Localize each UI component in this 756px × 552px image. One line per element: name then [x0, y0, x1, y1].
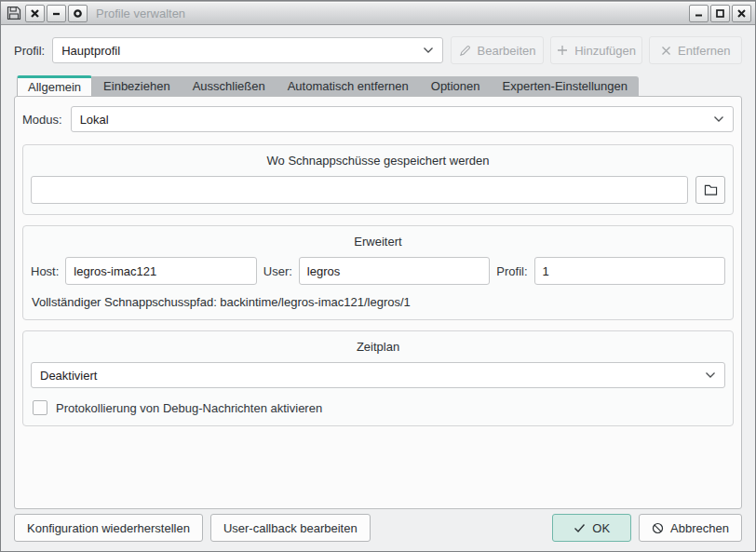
advanced-fields-row: Host: User: Profil:	[31, 257, 725, 285]
snapshot-path-input[interactable]	[31, 176, 688, 204]
edit-profile-label: Bearbeiten	[478, 44, 536, 58]
tab-optionen[interactable]: Optionen	[420, 76, 492, 96]
profile-row: Profil: Hauptprofil Bearbeiten Hinzufüge…	[14, 36, 742, 64]
tab-experten-einstellungen[interactable]: Experten-Einstellungen	[492, 76, 639, 96]
dialog-content: Profil: Hauptprofil Bearbeiten Hinzufüge…	[1, 25, 755, 551]
mode-select[interactable]: Lokal	[71, 106, 734, 132]
snapshot-location-row	[31, 176, 725, 204]
x-icon	[661, 46, 671, 56]
chevron-down-icon	[705, 371, 716, 379]
maximize-icon[interactable]	[710, 5, 730, 22]
schedule-select-value: Deaktiviert	[40, 369, 699, 383]
ok-label: OK	[592, 521, 610, 535]
schedule-select[interactable]: Deaktiviert	[31, 362, 725, 388]
maximize-ring-icon[interactable]	[68, 5, 88, 22]
tab-bar: Allgemein Einbeziehen Ausschließen Autom…	[14, 75, 742, 96]
host-label: Host:	[31, 264, 59, 278]
ok-button[interactable]: OK	[552, 514, 631, 542]
advanced-group: Erweitert Host: User: Profil: Vollständi…	[22, 225, 734, 320]
footer-buttons: Konfiguration wiederherstellen User-call…	[14, 514, 742, 542]
restore-config-label: Konfiguration wiederherstellen	[27, 521, 190, 535]
mode-label: Modus:	[22, 113, 62, 127]
browse-folder-button[interactable]	[695, 176, 725, 204]
debug-logging-row: Protokollierung von Debug-Nachrichten ak…	[31, 400, 725, 415]
profile-select-value: Hauptprofil	[61, 44, 417, 58]
restore-config-button[interactable]: Konfiguration wiederherstellen	[14, 514, 203, 542]
cancel-label: Abbrechen	[670, 521, 729, 535]
user-label: User:	[263, 264, 292, 278]
check-icon	[574, 523, 586, 533]
add-profile-button[interactable]: Hinzufügen	[550, 36, 643, 64]
tab-ausschliessen[interactable]: Ausschließen	[182, 76, 277, 96]
floppy-disk-app-icon	[5, 5, 23, 21]
schedule-group: Zeitplan Deaktiviert Protokollierung von…	[22, 330, 734, 426]
profile-id-input[interactable]	[534, 257, 725, 285]
profile-buttons: Bearbeiten Hinzufügen Entfernen	[451, 36, 742, 64]
folder-icon	[704, 183, 718, 196]
profile-label: Profil:	[14, 44, 45, 58]
remove-profile-button[interactable]: Entfernen	[649, 36, 742, 64]
edit-user-callback-button[interactable]: User-callback bearbeiten	[210, 514, 371, 542]
window-title: Profile verwalten	[96, 7, 687, 20]
pencil-icon	[459, 45, 471, 57]
remove-profile-label: Entfernen	[678, 44, 730, 58]
close-icon[interactable]	[732, 5, 751, 22]
tab-panel-allgemein: Modus: Lokal Wo Schnappschüsse gespeiche…	[14, 96, 742, 509]
tab-einbeziehen[interactable]: Einbeziehen	[92, 76, 182, 96]
profile-id-label: Profil:	[496, 264, 527, 278]
edit-user-callback-label: User-callback bearbeiten	[223, 521, 358, 535]
user-input[interactable]	[299, 257, 490, 285]
tab-allgemein[interactable]: Allgemein	[17, 75, 92, 96]
titlebar: Profile verwalten	[1, 1, 755, 25]
chevron-down-icon	[423, 47, 434, 54]
mode-row: Modus: Lokal	[22, 106, 734, 134]
tab-automatisch-entfernen[interactable]: Automatisch entfernen	[277, 76, 420, 96]
snapshot-location-group: Wo Schnappschüsse gespeichert werden	[22, 144, 734, 215]
cancel-button[interactable]: Abbrechen	[639, 514, 742, 542]
full-snapshot-path-text: Vollständiger Schnappschusspfad: backint…	[31, 295, 725, 309]
advanced-title: Erweitert	[31, 231, 725, 257]
close-icon[interactable]	[25, 5, 45, 22]
profile-select[interactable]: Hauptprofil	[52, 37, 443, 63]
edit-profile-button[interactable]: Bearbeiten	[451, 36, 544, 64]
debug-logging-checkbox[interactable]	[33, 400, 47, 415]
debug-logging-label: Protokollierung von Debug-Nachrichten ak…	[56, 401, 322, 415]
minimize-icon[interactable]	[689, 5, 709, 22]
profile-manager-window: Profile verwalten Profil: Hauptprofil	[0, 0, 756, 552]
host-input[interactable]	[65, 257, 256, 285]
plus-icon	[557, 45, 568, 56]
schedule-title: Zeitplan	[31, 336, 725, 362]
cancel-icon	[652, 522, 664, 534]
mode-select-value: Lokal	[80, 113, 708, 127]
snapshot-location-title: Wo Schnappschüsse gespeichert werden	[31, 150, 725, 176]
add-profile-label: Hinzufügen	[574, 44, 636, 58]
chevron-down-icon	[713, 115, 724, 123]
minimize-icon[interactable]	[47, 5, 66, 22]
